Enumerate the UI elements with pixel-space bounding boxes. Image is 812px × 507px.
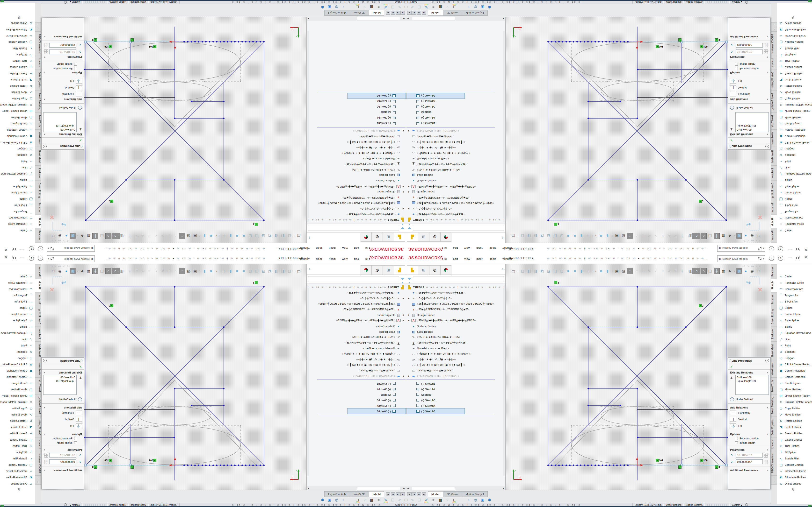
lower-toolbar-icon[interactable]: ⧖ [445,497,451,503]
relations-listbox[interactable]: Collinear108Equal length109 [735,112,769,132]
tree-vertical-scrollbar[interactable] [503,285,505,476]
lower-toolbar-icon[interactable]: ∟ [451,497,457,503]
checkbox[interactable] [74,63,77,66]
tab-nav-button[interactable]: |◀ [407,492,412,496]
relations-listbox[interactable]: Collinear108Equal length109 [735,375,769,395]
globe-icon[interactable] [64,503,67,506]
lower-toolbar-icon[interactable]: ⧖ [445,4,451,10]
tree-row[interactable]: ▱ ○·◎╋○ ∗ ◉Ι○ ⊙○ Ι◉ ∗ ○╋◎·○ [406,145,505,151]
display-setting-icon[interactable]: ● [743,233,749,239]
sketch-tool-item[interactable]: ◳ Convert Entities [0,39,35,45]
tree-row[interactable]: ▶ ▰ ○253ЄИNΑ∪·○ ⊙○ ·∪ΑИN3Є25○ [307,373,406,379]
commandmanager-tab[interactable]: Sketch [35,279,41,292]
commandmanager-tab[interactable]: : [35,22,41,27]
view-orientation-icon[interactable]: ✕ [660,233,666,239]
tree-root-part[interactable]: ▙ TЯPDL2. ◎ ЗЄ ◎ Ш ◎ ◎ ◎ ╋ ◎ ƆС ◎ ЗЄ ◎ ·… [406,217,505,223]
toolbar-grip[interactable]: ⁞⁞ [404,6,405,8]
lower-toolbar-icon[interactable]: ❏ [390,4,396,10]
collapse-icon[interactable]: ∧ [767,98,768,101]
checkbox[interactable] [735,67,738,70]
tab-featuremanager-tree[interactable]: ▙ [407,232,418,242]
sketch-tool-item[interactable]: ∼ Spline [777,177,812,183]
more-commands-icon[interactable]: ≫ [17,15,21,20]
sketch-tool-item[interactable]: ▣ Center Rectangle [0,133,35,139]
tree-row[interactable]: (-) Sketch2 [406,115,505,121]
tree-row[interactable]: Sketch3 [406,110,505,115]
ok-button[interactable]: ✓ [730,138,733,143]
search-box[interactable]: ▣ Search CAD Models ▾ [47,256,95,262]
tree-row[interactable]: ∑ ○25ИN◎◦╋Α∪3Є○ ⊙○ 3Є∪Α╋◦◎ИN25○ [307,340,406,345]
minimize-button[interactable]: — [20,248,24,251]
tree-row[interactable]: ◗ Surface Bodies [307,323,406,329]
angle-spinner[interactable]: ▴▾ [764,43,768,48]
sketch-tool-item[interactable]: # Segment [777,152,812,158]
view-orientation-icon[interactable]: ◻ [559,233,565,239]
sketch-relation-badge[interactable]: ∕ 3 [253,223,258,226]
tree-row[interactable]: ∟ ○ИN◦◎◦♣◎○ ⊙○ ◎♣◦◎◦ИN○ [307,134,406,139]
sketch-tool-item[interactable]: ▱ Parallelogram [777,380,812,386]
sketch-relation-badge[interactable]: = 109 [149,45,156,48]
sketch-tool-item[interactable]: ◈ 3 Point Center Recta... [0,361,35,368]
tab-nav-button[interactable]: ◀ [412,11,416,15]
add-relation-button[interactable]: — Horizontal [42,91,84,98]
menu-item[interactable]: Tools [490,258,496,260]
menu-item[interactable]: Tools [490,247,496,249]
menu-item[interactable]: View [342,247,348,249]
view-orientation-icon[interactable]: ◻ [286,233,292,239]
sketch-tool-item[interactable]: ƒ Equation Driven Curve [777,330,812,336]
add-relation-button[interactable]: ❙ Vertical [728,84,770,91]
view-orientation-icon[interactable]: ▾ [293,233,295,239]
sketch-tool-item[interactable]: ◩ Silhouette Entities [777,26,812,33]
panel-help-icon[interactable]: ? [765,145,769,148]
add-relation-button[interactable]: ❙ Vertical [728,416,770,422]
commandmanager-tab[interactable]: Data Migration [771,416,777,438]
sketch-tool-item[interactable]: ⊂ Offset Entities [777,481,812,487]
sketch-tool-item[interactable]: ◳ Convert Entities [777,39,812,45]
checkbox[interactable] [735,441,738,444]
option-row[interactable]: For construction [42,436,84,440]
length-field[interactable]: 10.88152731 [49,453,77,457]
scroll-left-icon[interactable]: ◀ [406,18,410,20]
panel-help-icon[interactable]: ? [765,359,769,362]
lower-toolbar-icon[interactable]: ▦ [368,4,374,10]
sketch-tool-item[interactable]: ◩ Silhouette Entities [777,474,812,481]
view-orientation-icon[interactable]: ▨ [186,233,192,239]
lower-toolbar-icon[interactable]: ✐ [383,497,389,503]
view-orientation-icon[interactable]: ▾ [517,233,519,239]
sketch-tool-item[interactable]: ◡ 3 Point Arc [777,298,812,305]
collapse-icon[interactable]: ∧ [44,133,45,136]
view-orientation-icon[interactable]: ↓ [585,268,591,274]
sketch-tool-item[interactable]: ◥ Scale Entities [777,77,812,83]
collapse-icon[interactable]: ∧ [767,72,768,74]
sketch-tool-item[interactable]: ▪ Point [0,158,35,165]
tree-row[interactable]: (-) Sketch1 [307,121,406,126]
minimize-button[interactable]: — [20,256,24,259]
commandmanager-tab[interactable]: MBD Dimensions [35,32,41,56]
lower-toolbar-icon[interactable]: ✱ [487,4,493,10]
lower-toolbar-icon[interactable]: ◷ [472,497,478,503]
view-orientation-icon[interactable]: ▨ [620,233,626,239]
restore-button[interactable] [796,248,799,250]
expander-icon[interactable]: ▶ [402,297,405,299]
sketch-relation-badge[interactable]: ∕ 3 [108,304,113,307]
restore-button[interactable] [796,257,799,259]
display-setting-icon[interactable]: ▾ [733,233,735,239]
lower-toolbar-icon[interactable]: ▦ [368,497,374,503]
sketch-tool-item[interactable]: ◇ Polygon [777,355,812,361]
view-orientation-icon[interactable]: ■ [241,268,247,274]
tree-row[interactable]: ▶ ▰ ○253ЄИNΑ∪·○ ⊙○ ·∪ΑИN3Є25○ [307,128,406,134]
tree-root-part[interactable]: ▙ TЯPDL2. ◎ ЗЄ ◎ Ш ◎ ◎ ◎ ╋ ◎ ƆС ◎ ЗЄ ◎ ·… [406,284,505,290]
status-units-selector[interactable]: Custom ▴ [729,1,744,4]
view-orientation-icon[interactable]: ○ [172,233,179,239]
more-commands-icon[interactable]: ≫ [17,487,21,492]
sketch-tool-item[interactable]: ◌ Perimeter Circle [777,280,812,286]
tab-propertymanager[interactable]: ⊞ [383,232,394,242]
user-account-icon[interactable] [769,256,774,261]
commandmanager-tab[interactable]: Data Migration [771,69,777,91]
tab-featuremanager-tree[interactable]: ▙ [394,232,405,242]
tab-displaymanager[interactable] [440,265,451,275]
tree-row[interactable]: ∟ ○ИN◦◎◦♣◎○ ⊙○ ◎♣◦◎◦ИN○ [406,368,505,373]
tree-row[interactable]: ◑ ○25♣◎25ИN3Є25○ ⊙○ 253ЄИN25◎♣25○ [307,195,406,201]
cancel-sketch-icon[interactable]: ✕ [50,286,54,293]
menu-item[interactable]: Insert [329,258,336,260]
